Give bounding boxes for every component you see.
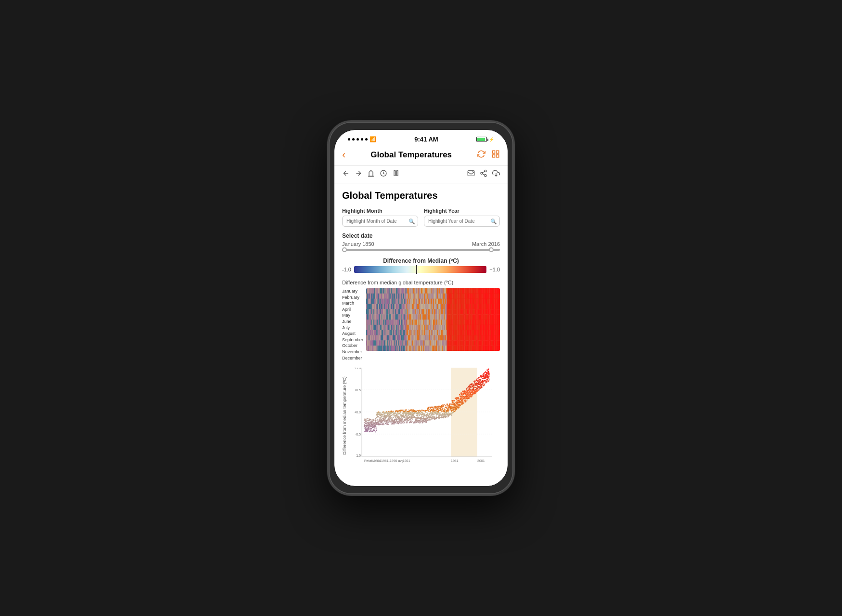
svg-point-3326: [446, 407, 447, 408]
date-end: March 2016: [472, 241, 500, 247]
highlight-year-input[interactable]: [424, 216, 500, 227]
svg-point-2934: [421, 410, 422, 411]
svg-point-2204: [375, 420, 376, 421]
svg-point-2247: [378, 416, 379, 417]
heatmap-svg: // Generated dynamically below: [366, 288, 500, 351]
svg-rect-512: [499, 299, 500, 304]
svg-text:Relative to 1961-1990 avg: Relative to 1961-1990 avg: [364, 459, 404, 463]
back-nav-button[interactable]: [342, 169, 350, 179]
svg-point-3305: [445, 405, 446, 406]
page-title: Global Temperatures: [342, 190, 500, 201]
scatter-chart[interactable]: +1.0 +0.5 +0.0 -0.5 -1.0 Relative t: [354, 368, 500, 464]
svg-point-3561: [461, 400, 462, 401]
month-jan: January: [342, 288, 363, 295]
svg-point-2995: [425, 410, 426, 411]
svg-point-2602: [400, 423, 401, 424]
svg-point-3859: [480, 388, 481, 389]
svg-point-2077: [367, 430, 368, 431]
svg-text:1961: 1961: [451, 459, 459, 462]
svg-point-2516: [395, 412, 396, 413]
svg-point-3136: [434, 416, 435, 417]
svg-point-3881: [481, 375, 482, 376]
annotate-button[interactable]: [380, 169, 387, 179]
svg-point-2689: [406, 410, 407, 411]
svg-point-2401: [388, 424, 389, 425]
svg-point-3336: [447, 404, 448, 405]
svg-point-2907: [420, 422, 421, 423]
svg-point-2901: [420, 413, 421, 414]
svg-point-3145: [435, 408, 436, 409]
svg-point-3840: [479, 377, 480, 378]
svg-point-2260: [379, 412, 380, 413]
slider-thumb-end[interactable]: [489, 247, 494, 252]
email-button[interactable]: [467, 169, 475, 179]
svg-point-2499: [394, 424, 395, 424]
svg-point-2827: [415, 417, 416, 418]
svg-point-3081: [431, 412, 432, 413]
month-feb: February: [342, 295, 363, 301]
svg-point-3160: [436, 415, 437, 416]
svg-point-2330: [383, 424, 384, 425]
svg-point-2632: [402, 410, 403, 411]
svg-point-3779: [475, 393, 476, 394]
back-button[interactable]: ‹: [342, 149, 345, 161]
svg-rect-1010: [499, 314, 500, 320]
month-dec: December: [342, 355, 363, 361]
svg-point-2059: [366, 424, 367, 424]
svg-point-3996: [488, 373, 489, 374]
svg-point-3917: [484, 375, 485, 376]
download-button[interactable]: [492, 169, 500, 179]
battery-tip: [487, 139, 488, 141]
svg-point-3347: [447, 411, 448, 412]
svg-point-3046: [429, 407, 430, 408]
date-range-slider[interactable]: [342, 249, 500, 251]
refresh-button[interactable]: [477, 150, 485, 161]
navigation-bar: ‹ Global Temperatures: [334, 146, 508, 166]
menu-button[interactable]: [491, 150, 500, 161]
svg-point-2462: [392, 418, 393, 419]
home-nav-button[interactable]: [367, 169, 375, 179]
svg-point-3425: [452, 402, 453, 403]
svg-rect-2: [492, 154, 495, 157]
svg-point-2322: [383, 411, 384, 412]
highlight-month-input[interactable]: [342, 216, 418, 227]
svg-point-2194: [375, 426, 376, 427]
svg-point-2197: [375, 421, 376, 422]
svg-point-2281: [380, 412, 381, 413]
month-nov: November: [342, 349, 363, 355]
svg-point-3057: [429, 409, 430, 410]
svg-point-2384: [387, 423, 388, 424]
svg-point-2429: [390, 418, 391, 419]
slider-thumb-start[interactable]: [342, 247, 347, 252]
share-button[interactable]: [480, 169, 487, 179]
svg-point-3529: [459, 407, 460, 408]
svg-point-3810: [477, 381, 478, 382]
svg-point-3102: [432, 416, 433, 417]
svg-point-2700: [407, 422, 408, 423]
svg-point-2846: [416, 411, 417, 412]
svg-point-3119: [433, 416, 434, 417]
svg-point-3531: [459, 394, 460, 395]
svg-point-3740: [472, 391, 473, 392]
svg-point-2751: [410, 419, 411, 420]
svg-point-2626: [402, 422, 403, 423]
svg-point-3575: [462, 395, 463, 396]
heatmap-label: Difference from median global temperatur…: [342, 280, 500, 285]
pause-button[interactable]: [392, 169, 400, 179]
svg-point-3003: [426, 421, 427, 422]
svg-point-2422: [389, 421, 390, 422]
svg-point-2216: [376, 430, 377, 431]
heatmap-chart[interactable]: // Generated dynamically below: [366, 288, 500, 351]
svg-point-2123: [370, 431, 371, 432]
svg-point-3383: [450, 413, 451, 414]
svg-point-2585: [399, 416, 400, 417]
svg-point-3490: [457, 400, 458, 401]
svg-point-2478: [393, 411, 394, 412]
forward-nav-button[interactable]: [355, 169, 362, 179]
svg-point-2608: [401, 422, 402, 423]
signal-dot-5: [365, 138, 368, 141]
svg-point-2944: [422, 412, 423, 413]
svg-point-3470: [455, 405, 456, 406]
svg-point-2169: [373, 419, 374, 420]
svg-text:1921: 1921: [403, 459, 410, 462]
